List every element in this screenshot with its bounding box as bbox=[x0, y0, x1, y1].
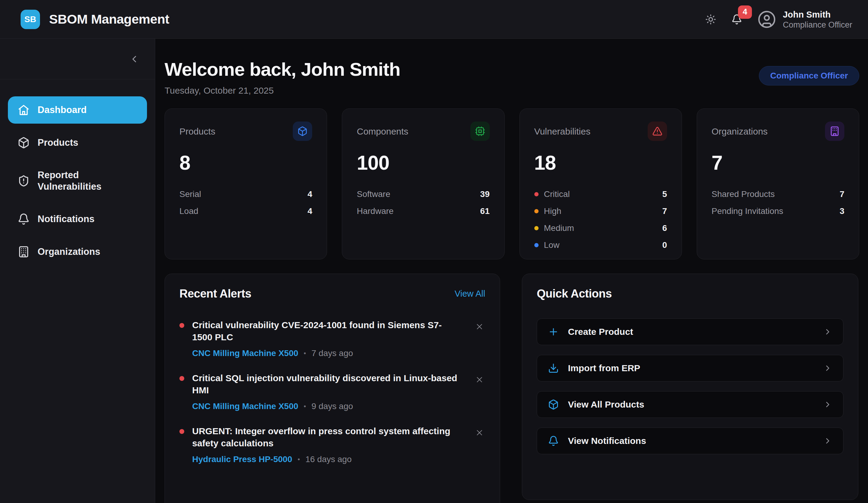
stat-title: Organizations bbox=[712, 126, 768, 137]
user-menu[interactable]: John Smith Compliance Officer bbox=[757, 9, 852, 30]
sidebar-item-reported-vulnerabilities[interactable]: Reported Vulnerabilities bbox=[8, 162, 147, 200]
alert-list: Critical vulnerability CVE-2024-1001 fou… bbox=[179, 319, 485, 464]
sidebar-nav: Dashboard Products Reported Vulnerabilit… bbox=[0, 80, 155, 265]
sidebar-item-notifications[interactable]: Notifications bbox=[8, 206, 147, 233]
view-all-products-button[interactable]: View All Products bbox=[537, 391, 844, 418]
sidebar-item-label: Notifications bbox=[38, 213, 137, 225]
bell-icon bbox=[548, 436, 559, 446]
theme-toggle-button[interactable] bbox=[705, 14, 716, 25]
quick-actions-panel: Quick Actions Create Product bbox=[522, 274, 858, 500]
alert-item: Critical SQL injection vulnerability dis… bbox=[179, 372, 485, 411]
alert-meta: Hydraulic Press HP-5000 • 16 days ago bbox=[192, 454, 459, 464]
chevron-right-icon bbox=[823, 327, 832, 336]
severity-dot-critical bbox=[534, 192, 539, 196]
alert-title: URGENT: Integer overflow in press contro… bbox=[192, 425, 459, 449]
sidebar-item-dashboard[interactable]: Dashboard bbox=[8, 96, 147, 124]
alert-timestamp: 7 days ago bbox=[312, 348, 353, 358]
meta-separator: • bbox=[298, 455, 300, 463]
alert-severity-dot bbox=[179, 376, 184, 381]
sidebar-collapse-button[interactable] bbox=[126, 51, 142, 67]
stat-row-value: 3 bbox=[839, 206, 844, 216]
close-icon bbox=[475, 428, 484, 437]
sun-icon bbox=[705, 14, 716, 25]
current-date: Tuesday, October 21, 2025 bbox=[165, 85, 400, 96]
stat-cards: Products 8 Serial 4 Load 4 bbox=[165, 108, 859, 259]
stat-value: 8 bbox=[179, 151, 312, 174]
alert-product-link[interactable]: CNC Milling Machine X500 bbox=[192, 348, 298, 358]
stat-row-label: Critical bbox=[544, 189, 570, 199]
stat-row: Pending Invitations 3 bbox=[712, 203, 844, 220]
notifications-button[interactable]: 4 bbox=[731, 14, 742, 25]
stat-card-vulnerabilities: Vulnerabilities 18 Critical 5 High bbox=[519, 108, 682, 259]
stat-row-value: 61 bbox=[480, 206, 489, 216]
alert-title: Critical vulnerability CVE-2024-1001 fou… bbox=[192, 319, 459, 343]
quick-action-label: Create Product bbox=[568, 327, 633, 337]
severity-dot-high bbox=[534, 209, 539, 213]
plus-icon bbox=[548, 326, 559, 337]
notification-count-badge: 4 bbox=[738, 6, 752, 19]
sidebar-item-organizations[interactable]: Organizations bbox=[8, 238, 147, 265]
alert-body: Critical vulnerability CVE-2024-1001 fou… bbox=[192, 319, 459, 358]
stat-row: Hardware 61 bbox=[357, 203, 489, 220]
close-icon bbox=[475, 322, 484, 331]
role-badge: Compliance Officer bbox=[759, 66, 859, 85]
stat-card-products: Products 8 Serial 4 Load 4 bbox=[165, 108, 327, 259]
stat-row-value: 39 bbox=[480, 189, 489, 199]
stat-row-label: High bbox=[544, 206, 561, 216]
stat-row-critical: Critical 5 bbox=[534, 186, 667, 203]
stat-row-value: 7 bbox=[662, 206, 667, 216]
sidebar-item-label: Organizations bbox=[38, 246, 137, 258]
alert-severity-dot bbox=[179, 429, 184, 434]
stat-row-label: Load bbox=[179, 206, 198, 216]
stat-row-low: Low 0 bbox=[534, 237, 667, 254]
building-icon bbox=[18, 246, 30, 258]
sidebar-item-label: Reported Vulnerabilities bbox=[38, 169, 137, 192]
alert-product-link[interactable]: CNC Milling Machine X500 bbox=[192, 401, 298, 411]
stat-value: 7 bbox=[712, 151, 844, 174]
view-notifications-button[interactable]: View Notifications bbox=[537, 428, 844, 454]
stat-row-label: Medium bbox=[544, 223, 574, 233]
page-title: Welcome back, John Smith bbox=[165, 59, 400, 80]
dismiss-alert-button[interactable] bbox=[474, 374, 485, 386]
stat-row-value: 4 bbox=[308, 189, 312, 199]
stat-card-organizations: Organizations 7 Shared Products 7 Pendin… bbox=[697, 108, 859, 259]
stat-row-value: 5 bbox=[662, 189, 667, 199]
stat-row-value: 4 bbox=[308, 206, 312, 216]
alert-meta: CNC Milling Machine X500 • 9 days ago bbox=[192, 401, 459, 411]
user-info: John Smith Compliance Officer bbox=[783, 9, 852, 30]
sidebar-item-label: Dashboard bbox=[38, 104, 137, 116]
header-actions: 4 John Smith Compliance Officer bbox=[705, 9, 852, 30]
stat-row-label: Shared Products bbox=[712, 189, 775, 199]
alert-timestamp: 16 days ago bbox=[306, 454, 352, 464]
bell-icon bbox=[18, 213, 30, 225]
quick-actions-title: Quick Actions bbox=[537, 287, 612, 300]
sidebar: Dashboard Products Reported Vulnerabilit… bbox=[0, 39, 155, 503]
stat-row-value: 7 bbox=[839, 189, 844, 199]
stat-row-label: Serial bbox=[179, 189, 201, 199]
alert-body: Critical SQL injection vulnerability dis… bbox=[192, 372, 459, 411]
alert-meta: CNC Milling Machine X500 • 7 days ago bbox=[192, 348, 459, 358]
user-name: John Smith bbox=[783, 9, 852, 20]
warning-triangle-icon bbox=[648, 122, 667, 141]
view-all-link[interactable]: View All bbox=[455, 289, 485, 299]
quick-action-label: View Notifications bbox=[568, 436, 646, 446]
dismiss-alert-button[interactable] bbox=[474, 321, 485, 332]
quick-action-label: View All Products bbox=[568, 399, 644, 410]
stat-row-label: Software bbox=[357, 189, 390, 199]
create-product-button[interactable]: Create Product bbox=[537, 318, 844, 345]
quick-actions-list: Create Product Import from ERP bbox=[537, 318, 844, 454]
alert-item: URGENT: Integer overflow in press contro… bbox=[179, 425, 485, 464]
sidebar-item-products[interactable]: Products bbox=[8, 129, 147, 156]
stat-row: Load 4 bbox=[179, 203, 312, 220]
dismiss-alert-button[interactable] bbox=[474, 427, 485, 439]
import-from-erp-button[interactable]: Import from ERP bbox=[537, 355, 844, 381]
building-icon bbox=[825, 122, 844, 141]
stat-row: Software 39 bbox=[357, 186, 489, 203]
chevron-right-icon bbox=[823, 436, 832, 446]
home-icon bbox=[18, 104, 30, 116]
alert-timestamp: 9 days ago bbox=[312, 401, 353, 411]
alert-product-link[interactable]: Hydraulic Press HP-5000 bbox=[192, 454, 292, 464]
brand: SB SBOM Management bbox=[21, 10, 169, 29]
stat-row-label: Pending Invitations bbox=[712, 206, 784, 216]
severity-dot-low bbox=[534, 243, 539, 247]
